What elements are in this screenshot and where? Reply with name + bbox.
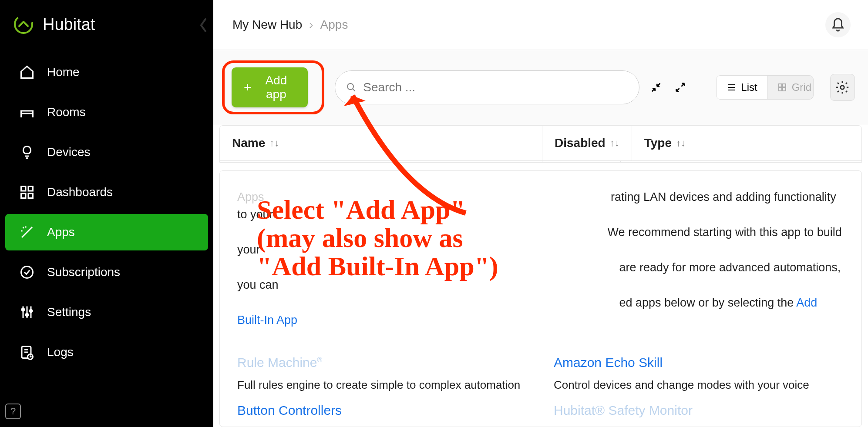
svg-rect-1 — [21, 187, 26, 191]
svg-point-8 — [30, 310, 32, 312]
nav-label: Settings — [47, 305, 91, 319]
nav-label: Devices — [47, 145, 91, 159]
featured-apps: Rule Machine® Full rules engine to creat… — [237, 355, 844, 418]
nav-label: Rooms — [47, 105, 86, 119]
nav-apps[interactable]: Apps — [5, 214, 208, 250]
view-toggle: List Grid — [716, 75, 813, 100]
add-app-button[interactable]: + Add app — [232, 67, 308, 107]
column-name[interactable]: Name ↑↓ — [220, 126, 542, 160]
brand: Hubitat — [0, 0, 213, 52]
bulb-icon — [18, 143, 36, 161]
svg-point-7 — [26, 314, 28, 316]
featured-desc: Control devices and change modes with yo… — [554, 377, 844, 393]
svg-rect-13 — [783, 84, 786, 87]
search-input[interactable] — [335, 70, 639, 104]
nav-label: Subscriptions — [47, 265, 120, 279]
svg-point-6 — [22, 308, 24, 311]
nav-logs[interactable]: Logs — [5, 334, 208, 370]
nav-devices[interactable]: Devices — [5, 134, 208, 170]
breadcrumb-hub[interactable]: My New Hub — [232, 18, 302, 32]
view-grid-label: Grid — [792, 81, 811, 93]
sidebar: Hubitat Home Rooms Devices Dashboards Ap… — [0, 0, 213, 427]
nav-label: Dashboards — [47, 185, 113, 199]
apps-table: Name ↑↓ Disabled ↑↓ Type ↑↓ Basic Rules — [219, 125, 862, 163]
sort-icon: ↑↓ — [610, 137, 619, 149]
collapse-icon[interactable] — [650, 81, 662, 93]
nav-subscriptions[interactable]: Subscriptions — [5, 254, 208, 290]
annotation-highlight-box: + Add app — [222, 60, 324, 114]
search-icon — [346, 82, 357, 93]
notifications-button[interactable] — [825, 12, 851, 37]
svg-point-0 — [15, 16, 32, 33]
plus-icon: + — [244, 80, 252, 95]
main: My New Hub › Apps + Add app — [213, 0, 868, 427]
svg-rect-12 — [779, 84, 782, 87]
featured-title[interactable]: Amazon Echo Skill — [554, 355, 663, 370]
view-grid-button[interactable]: Grid — [767, 76, 814, 99]
bed-icon — [18, 103, 36, 121]
list-icon — [726, 82, 737, 93]
nav-label: Apps — [47, 225, 75, 239]
svg-point-16 — [841, 86, 844, 90]
density-controls — [650, 81, 686, 93]
sliders-icon — [18, 304, 36, 321]
nav-dashboards[interactable]: Dashboards — [5, 174, 208, 210]
help-button[interactable]: ? — [5, 404, 21, 419]
nav-label: Logs — [47, 345, 74, 359]
expand-icon[interactable] — [674, 81, 686, 93]
view-list-label: List — [741, 81, 757, 93]
cell-disabled — [542, 161, 620, 163]
svg-rect-4 — [28, 193, 33, 198]
breadcrumb: My New Hub › Apps — [232, 18, 348, 32]
featured-title[interactable]: Button Controllers — [237, 403, 528, 418]
table-header: Name ↑↓ Disabled ↑↓ Type ↑↓ — [220, 126, 861, 161]
sort-icon: ↑↓ — [269, 137, 279, 149]
featured-title[interactable]: Hubitat® Safety Monitor — [554, 403, 844, 418]
hubitat-logo-icon — [13, 14, 34, 35]
svg-rect-14 — [779, 88, 782, 91]
search-wrap — [335, 70, 639, 104]
sort-icon: ↑↓ — [676, 137, 686, 149]
table-row: Basic Rules Basic Rules — [220, 161, 861, 163]
svg-rect-15 — [783, 88, 786, 91]
featured-col-right: Amazon Echo Skill Control devices and ch… — [554, 355, 844, 418]
svg-rect-2 — [28, 187, 33, 191]
sidebar-collapse-button[interactable] — [198, 17, 209, 34]
grid-icon — [777, 82, 787, 93]
topbar: My New Hub › Apps — [213, 0, 868, 50]
column-type[interactable]: Type ↑↓ — [632, 126, 861, 160]
svg-point-5 — [21, 267, 33, 278]
view-list-button[interactable]: List — [717, 76, 767, 99]
svg-rect-3 — [21, 193, 26, 198]
breadcrumb-current: Apps — [320, 18, 348, 32]
settings-button[interactable] — [830, 74, 855, 101]
svg-point-11 — [347, 83, 353, 90]
nav-label: Home — [47, 65, 80, 79]
featured-desc: Full rules engine to create simple to co… — [237, 377, 528, 393]
add-app-label: Add app — [257, 73, 296, 101]
cell-type: Basic Rules — [620, 161, 861, 163]
description-panel: Appsxxxxxxxxxxxxxxxxxxxxxxxxxxxxxxxxxxxx… — [219, 170, 862, 427]
nav-settings[interactable]: Settings — [5, 294, 208, 330]
home-icon — [18, 63, 36, 81]
chevron-right-icon: › — [309, 18, 313, 32]
brand-title: Hubitat — [43, 15, 95, 34]
wand-icon — [18, 224, 36, 241]
dashboard-icon — [18, 183, 36, 201]
cell-name: Basic Rules — [220, 161, 542, 163]
check-circle-icon — [18, 264, 36, 281]
nav-rooms[interactable]: Rooms — [5, 94, 208, 130]
featured-col-left: Rule Machine® Full rules engine to creat… — [237, 355, 528, 418]
featured-title[interactable]: Rule Machine® — [237, 355, 322, 370]
column-disabled[interactable]: Disabled ↑↓ — [542, 126, 632, 160]
nav-home[interactable]: Home — [5, 54, 208, 90]
description-text: Appsxxxxxxxxxxxxxxxxxxxxxxxxxxxxxxxxxxxx… — [237, 188, 844, 329]
logs-icon — [18, 344, 36, 361]
toolbar: + Add app List Grid — [213, 50, 868, 125]
nav: Home Rooms Devices Dashboards Apps Subsc… — [0, 52, 213, 372]
